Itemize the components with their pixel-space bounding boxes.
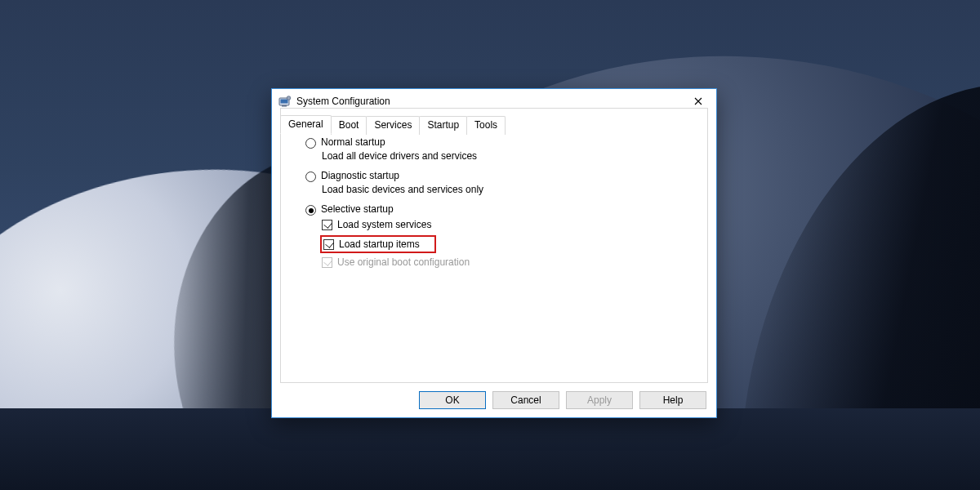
- label-original-boot-config: Use original boot configuration: [337, 256, 470, 268]
- label-normal-startup[interactable]: Normal startup: [321, 136, 385, 148]
- dialog-button-row: OK Cancel Apply Help: [419, 391, 706, 409]
- tab-boot[interactable]: Boot: [331, 116, 368, 135]
- cancel-button[interactable]: Cancel: [492, 391, 559, 409]
- wallpaper-foreground: [0, 408, 980, 490]
- svg-rect-1: [281, 100, 288, 104]
- label-load-system-services[interactable]: Load system services: [337, 219, 431, 230]
- label-load-startup-items[interactable]: Load startup items: [339, 238, 420, 250]
- tab-tools[interactable]: Tools: [466, 116, 506, 135]
- radio-diagnostic-startup[interactable]: [305, 172, 316, 182]
- system-configuration-dialog: System Configuration General Boot Servic…: [271, 88, 717, 418]
- desc-diagnostic-startup: Load basic devices and services only: [322, 184, 694, 195]
- tab-services[interactable]: Services: [366, 116, 420, 135]
- highlight-load-startup-items: Load startup items: [320, 235, 436, 253]
- checkbox-row-original-boot-config: Use original boot configuration: [322, 256, 694, 268]
- checkbox-load-startup-items[interactable]: [323, 239, 334, 250]
- svg-rect-2: [282, 105, 287, 107]
- option-diagnostic-startup[interactable]: Diagnostic startup: [305, 170, 694, 182]
- ok-button[interactable]: OK: [419, 391, 486, 409]
- label-diagnostic-startup[interactable]: Diagnostic startup: [321, 170, 399, 181]
- radio-normal-startup[interactable]: [305, 138, 316, 149]
- apply-button[interactable]: Apply: [566, 391, 633, 409]
- msconfig-icon: [278, 95, 292, 108]
- tab-panel-general: Startup selection Normal startup Load al…: [280, 108, 708, 383]
- checkbox-original-boot-config: [322, 257, 332, 268]
- checkbox-row-load-system-services[interactable]: Load system services: [322, 219, 694, 230]
- window-title: System Configuration: [296, 96, 682, 107]
- checkbox-load-system-services[interactable]: [322, 220, 332, 230]
- label-selective-startup[interactable]: Selective startup: [321, 203, 394, 215]
- radio-selective-startup[interactable]: [305, 205, 316, 216]
- desc-normal-startup: Load all device drivers and services: [322, 150, 694, 162]
- svg-point-3: [287, 96, 291, 100]
- tab-general[interactable]: General: [280, 115, 332, 134]
- option-selective-startup[interactable]: Selective startup: [305, 203, 694, 216]
- tab-startup[interactable]: Startup: [419, 116, 467, 135]
- option-normal-startup[interactable]: Normal startup: [305, 136, 694, 149]
- desktop-wallpaper: System Configuration General Boot Servic…: [0, 0, 980, 490]
- help-button[interactable]: Help: [639, 391, 706, 409]
- close-icon: [694, 97, 702, 105]
